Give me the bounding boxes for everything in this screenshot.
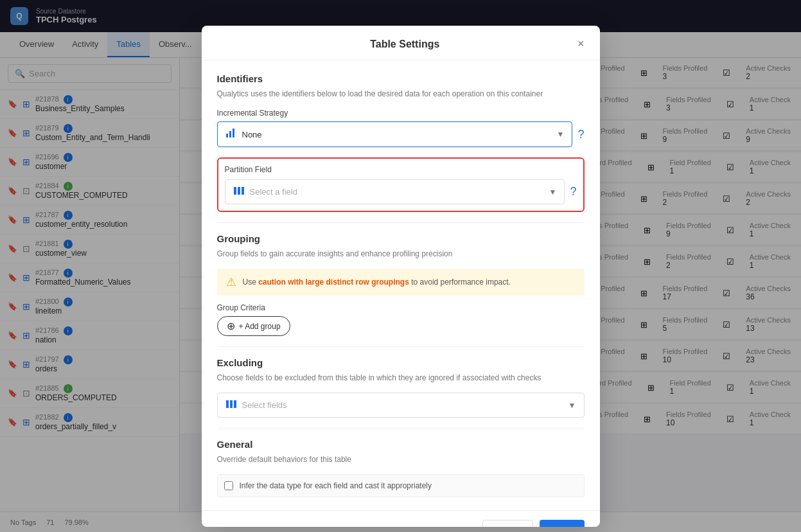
incremental-strategy-label: Incremental Strategy xyxy=(217,109,585,118)
save-button[interactable]: Save xyxy=(540,520,585,527)
incremental-strategy-value: None xyxy=(242,130,557,139)
svg-rect-7 xyxy=(230,400,233,408)
modal-footer: Cancel Save xyxy=(202,510,600,527)
infer-label[interactable]: Infer the data type for each field and c… xyxy=(240,481,432,490)
svg-rect-4 xyxy=(238,187,240,195)
select-fields-placeholder: Select fields xyxy=(242,400,568,410)
general-desc: Override default behaviors for this tabl… xyxy=(217,454,585,465)
grouping-desc: Group fields to gain accurate insights a… xyxy=(217,248,585,260)
modal-header: Table Settings × xyxy=(202,26,600,60)
modal-title: Table Settings xyxy=(233,39,577,50)
infer-data-type-row: Infer the data type for each field and c… xyxy=(217,474,585,497)
warning-text: Use caution with large distinct row grou… xyxy=(243,278,511,287)
svg-rect-5 xyxy=(242,187,244,195)
group-criteria-label: Group Criteria xyxy=(217,303,585,312)
svg-rect-3 xyxy=(234,187,236,195)
incremental-help-icon[interactable]: ? xyxy=(577,128,584,141)
infer-checkbox[interactable] xyxy=(224,481,233,490)
svg-rect-1 xyxy=(229,131,231,137)
add-group-label: + Add group xyxy=(239,322,281,331)
warning-box: ⚠ Use caution with large distinct row gr… xyxy=(217,269,585,296)
svg-rect-6 xyxy=(226,400,229,408)
partition-icon xyxy=(233,185,245,199)
identifiers-title: Identifiers xyxy=(217,73,585,84)
excluding-title: Excluding xyxy=(217,357,585,368)
partition-field-wrapper: Partition Field Select a field ▼ xyxy=(217,157,585,212)
general-title: General xyxy=(217,439,585,450)
table-settings-modal: Table Settings × Identifiers Qualytics u… xyxy=(202,26,600,527)
excluding-desc: Choose fields to be excluded from this t… xyxy=(217,372,585,384)
chevron-down-icon: ▼ xyxy=(549,188,557,197)
partition-help-icon[interactable]: ? xyxy=(570,185,576,199)
partition-field-label: Partition Field xyxy=(225,165,577,174)
chevron-down-icon: ▼ xyxy=(557,130,565,139)
identifiers-desc: Qualytics uses the identifiers below to … xyxy=(217,88,585,100)
select-fields-dropdown[interactable]: Select fields ▼ xyxy=(217,393,585,418)
cancel-button[interactable]: Cancel xyxy=(482,520,533,527)
partition-field-placeholder: Select a field xyxy=(250,187,549,197)
divider xyxy=(217,346,585,347)
incremental-strategy-select[interactable]: None ▼ xyxy=(217,121,573,147)
fields-icon xyxy=(225,398,237,412)
divider xyxy=(217,222,585,223)
chevron-down-icon: ▼ xyxy=(568,401,576,410)
chart-icon xyxy=(225,127,237,141)
modal-body: Identifiers Qualytics uses the identifie… xyxy=(202,60,600,510)
warning-link[interactable]: caution with large distinct row grouping… xyxy=(258,278,409,287)
svg-rect-2 xyxy=(233,129,234,137)
svg-rect-8 xyxy=(234,400,236,408)
grouping-title: Grouping xyxy=(217,233,585,244)
svg-rect-0 xyxy=(226,134,228,137)
add-group-button[interactable]: ⊕ + Add group xyxy=(217,316,290,336)
partition-field-select[interactable]: Select a field ▼ xyxy=(225,179,565,204)
plus-icon: ⊕ xyxy=(227,320,235,332)
modal-close-button[interactable]: × xyxy=(577,37,585,51)
divider xyxy=(217,428,585,429)
warning-icon: ⚠ xyxy=(226,275,236,289)
